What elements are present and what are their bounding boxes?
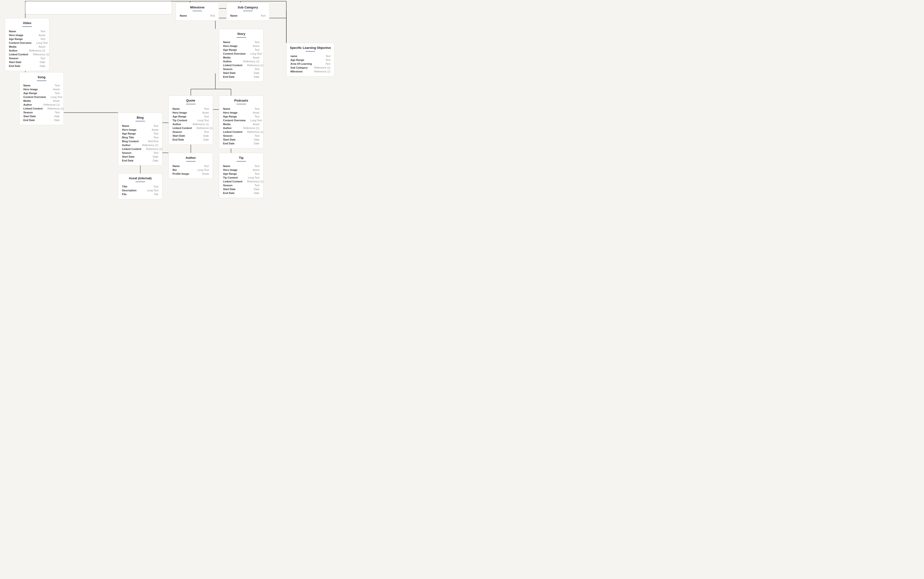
story-card: Story NameText Hero ImageAsset Age Range… [219, 29, 263, 82]
video-divider [22, 26, 32, 27]
table-row: Age RangeText [5, 37, 49, 41]
table-row: NameText [5, 29, 49, 33]
quote-card: Quote NameText Hero ImageAsset Age Range… [168, 95, 213, 145]
tip-card: Tip NameText Hero ImageAsset Age RangeTe… [219, 153, 263, 198]
table-row: MediaAsset [5, 45, 49, 49]
table-row: Start DateDate [20, 114, 64, 118]
table-row: Age RangeText [118, 132, 162, 136]
table-row: Tip ContentLong Text [168, 118, 213, 122]
table-row: SeasonText [219, 67, 263, 71]
table-row: Linked ContentReference (1) [219, 63, 263, 67]
table-row: AuthorReference (1) [219, 59, 263, 63]
table-row: SeasonText [20, 110, 64, 114]
author-divider [186, 161, 196, 162]
table-row: FileFile [118, 192, 162, 196]
milestone-card: Milestone NameText [176, 2, 219, 21]
table-row: Hero ImageAsset [168, 111, 213, 114]
table-row: SeasonText [219, 183, 263, 187]
milestone-title: Milestone [176, 5, 219, 9]
blog-divider [136, 121, 145, 121]
table-row: TitleText [118, 185, 162, 188]
table-row: MediaAsset [219, 122, 263, 126]
table-row: AuthorReference (1) [20, 103, 64, 106]
quote-divider [186, 104, 196, 105]
table-row: Content OverviewLong Text [219, 118, 263, 122]
podcasts-card: Podcasts NameText Hero ImageAsset Age Ra… [219, 95, 263, 149]
canvas: Video NameText Hero ImageAsset Age Range… [0, 0, 924, 579]
table-row: NameText [176, 14, 219, 18]
parent-box [25, 1, 172, 15]
table-row: Sub CategoryReference (1) [286, 66, 334, 70]
table-row: AuthorReference (1) [5, 49, 49, 52]
table-row: Blog TitleText [118, 136, 162, 139]
table-row: Linked ContentReference (1) [118, 147, 162, 151]
table-row: nameText [286, 54, 334, 58]
connections-svg [0, 0, 924, 579]
video-title: Video [5, 21, 49, 25]
blog-title: Blog [118, 116, 162, 119]
table-row: Age RangeText [219, 172, 263, 176]
specific-learning-divider [306, 51, 315, 52]
table-row: End DateDate [219, 75, 263, 79]
asset-internal-title: Asset (internal) [118, 177, 162, 180]
table-row: Start DateDate [219, 137, 263, 142]
table-row: Linked ContentReference (1) [20, 106, 64, 110]
table-row: Start DateDate [118, 155, 162, 159]
table-row: Hero ImageAsset [219, 44, 263, 48]
table-row: Age RangeText [168, 114, 213, 118]
table-row: Blog ContentRichText [118, 139, 162, 143]
table-row: NameText [219, 164, 263, 168]
table-row: MilestoneReference (1) [286, 70, 334, 74]
tip-title: Tip [219, 156, 263, 160]
table-row: MediaAsset [219, 56, 263, 59]
asset-internal-divider [136, 182, 145, 182]
table-row: Tip ContentLong Text [219, 176, 263, 180]
table-row: SeasonText [219, 134, 263, 137]
table-row: Age RangeText [219, 48, 263, 52]
table-row: End DateDate [118, 159, 162, 162]
table-row: End DateDate [5, 64, 49, 68]
table-row: Content OverviewLong Text [5, 41, 49, 45]
table-row: End DateDate [20, 118, 64, 122]
podcasts-divider [237, 104, 246, 105]
specific-learning-title: Specific Learning Objective [286, 46, 334, 49]
story-divider [237, 37, 246, 38]
sub-category-divider [243, 11, 253, 11]
blog-card: Blog NameText Hero ImageAsset Age RangeT… [118, 113, 162, 165]
author-title: Author [168, 156, 213, 160]
table-row: Content OverviewLong Text [20, 95, 64, 99]
song-divider [37, 80, 46, 81]
table-row: AuthorReference (1) [219, 126, 263, 130]
table-row: NameText [226, 14, 269, 18]
milestone-divider [193, 11, 202, 11]
table-row: Hero ImageAsset [219, 111, 263, 114]
specific-learning-card: Specific Learning Objective nameText Age… [286, 43, 334, 77]
table-row: Start DateDate [219, 187, 263, 191]
table-row: NameText [20, 83, 64, 87]
table-row: Start DateDate [219, 71, 263, 75]
table-row: Linked ContentReference (1) [219, 180, 263, 183]
quote-title: Quote [168, 99, 213, 102]
story-title: Story [219, 32, 263, 36]
table-row: End DateDate [168, 137, 213, 142]
table-row: SeasonText [168, 130, 213, 134]
sub-category-card: Sub Category NameText [226, 2, 270, 21]
podcasts-title: Podcasts [219, 99, 263, 102]
table-row: Hero ImageAsset [118, 128, 162, 132]
table-row: NameText [219, 107, 263, 111]
tip-divider [237, 161, 246, 162]
table-row: Area Of LearningText [286, 62, 334, 66]
table-row: Start DateDate [5, 60, 49, 64]
table-row: NameText [168, 107, 213, 111]
song-title: Song [20, 75, 64, 79]
table-row: Profile ImageAsset [168, 172, 213, 176]
table-row: DescriptionLong Text [118, 188, 162, 192]
table-row: Age RangeText [20, 91, 64, 95]
video-card: Video NameText Hero ImageAsset Age Range… [5, 18, 49, 71]
table-row: NameText [118, 124, 162, 128]
table-row: Age RangeText [286, 58, 334, 62]
table-row: Linked ContentReference (1) [219, 130, 263, 134]
table-row: Linked ContentReference (1) [5, 52, 49, 56]
table-row: SeasonText [5, 56, 49, 60]
table-row: End DateDate [219, 191, 263, 195]
